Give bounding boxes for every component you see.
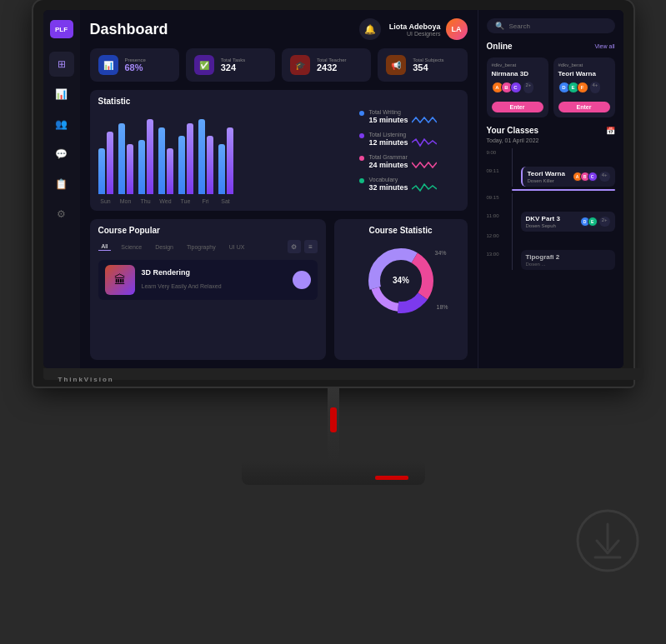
legend-dot-vocabulary: [359, 178, 364, 183]
search-box[interactable]: 🔍: [487, 18, 615, 33]
time-label-0915: 09:15: [487, 193, 507, 200]
class-card-teori[interactable]: Teori Warna Dosen Killer A B C 4+: [521, 167, 615, 187]
stat-card-teacher: 🎓 Total Teacher 2432: [282, 48, 371, 82]
card-tag-1: #dkv_berat: [492, 62, 543, 67]
time-label-1200: 12:00: [487, 232, 507, 238]
monitor-bezel: PLF ⊞ 📊 👥 💬 📋 ⚙ Dashboard 🔔 L: [33, 0, 633, 387]
brand-label: ThinkVision: [58, 376, 114, 383]
bar-group-tue: Tue: [178, 123, 193, 204]
download-watermark: [574, 507, 641, 577]
view-all-button[interactable]: View all: [595, 43, 615, 49]
statistic-section: Statistic Sun: [90, 90, 468, 211]
svg-text:34%: 34%: [392, 276, 408, 285]
base-accent: [375, 476, 408, 480]
header-right: 🔔 Liota Adeboya UI Designers LA: [359, 18, 468, 40]
sidebar-item-chat[interactable]: 💬: [49, 142, 74, 167]
enter-button-2[interactable]: Enter: [558, 102, 610, 112]
search-icon: 🔍: [495, 22, 504, 30]
bar-thu-purple: [147, 119, 153, 194]
legend-grammar: Total Grammar 24 minutes: [359, 154, 459, 170]
online-card-teori: #dkv_berat Teori Warna D E F 4+ Enter: [553, 57, 615, 117]
bar-group-sat: Sat: [218, 127, 233, 204]
class-count-teori: 4+: [599, 172, 610, 182]
filter-tab-uiux[interactable]: UI UX: [226, 243, 248, 251]
time-line-4: [512, 212, 513, 232]
online-title: Online: [487, 42, 513, 51]
bar-chart: Sun Mon: [98, 112, 351, 204]
sidebar-item-users[interactable]: 👥: [49, 112, 74, 137]
legend-label-writing: Total Writing: [369, 109, 437, 115]
course-name: 3D Rendering: [142, 268, 222, 277]
bar-group-sun: Sun: [98, 132, 113, 204]
filter-tab-all[interactable]: All: [98, 242, 112, 251]
bar-label-mon: Mon: [120, 198, 132, 204]
legend-label-listening: Total Listening: [369, 132, 437, 137]
legend-value-vocabulary: 32 minutes: [369, 183, 408, 192]
filter-tab-science[interactable]: Science: [118, 243, 145, 251]
page-title: Dashboard: [90, 21, 168, 38]
time-row-0911: 09:11 Teori Warna Dosen Killer A B: [487, 167, 615, 187]
bar-label-wed: Wed: [159, 198, 171, 204]
avatar-count-1: 2+: [523, 82, 534, 93]
main-content: Dashboard 🔔 Liota Adeboya UI Designers L…: [80, 10, 478, 368]
sidebar-item-tasks[interactable]: 📋: [49, 172, 74, 197]
time-line-6: [512, 250, 513, 270]
class-teacher-tipografi: Dosen ...: [526, 262, 546, 267]
sidebar-item-grid[interactable]: ⊞: [49, 52, 74, 77]
legend-value-grammar: 24 minutes: [369, 161, 408, 169]
calendar-icon[interactable]: 📅: [606, 127, 615, 135]
bar-fri-purple: [207, 136, 213, 194]
avatar-count-2: 4+: [590, 82, 601, 93]
sidebar-item-settings[interactable]: ⚙: [49, 202, 74, 227]
online-card-nirmana: #dkv_berat Nirmana 3D A B C 2+ Enter: [487, 57, 548, 117]
card-name-2: Teori Warna: [558, 70, 610, 77]
class-teacher-dkv: Dosen Sepuh: [526, 223, 556, 228]
bar-label-fri: Fri: [202, 198, 208, 204]
bar-wed-blue: [158, 127, 165, 194]
time-label-900: 9:00: [487, 148, 507, 155]
search-input[interactable]: [509, 22, 607, 30]
neck-accent: [330, 407, 337, 432]
notification-button[interactable]: 🔔: [359, 18, 381, 40]
teacher-icon: 🎓: [290, 55, 310, 75]
course-filter-tabs: All Science Design Tipography UI UX ⚙ ≡: [98, 240, 318, 253]
stat-card-tasks: ✅ Total Tasks 324: [186, 48, 275, 82]
legend-label-vocabulary: Vocabulary: [369, 177, 437, 182]
time-row-1100: 11:00 DKV Part 3 Dosen Sepuh D E: [487, 212, 615, 232]
bar-sat-purple: [227, 127, 233, 194]
presence-value: 68%: [125, 62, 146, 72]
sidebar-item-chart[interactable]: 📊: [49, 82, 74, 107]
monitor-base: [242, 462, 425, 485]
time-row-900: 9:00: [487, 148, 615, 167]
subjects-icon: 📢: [386, 55, 406, 75]
filter-tab-design[interactable]: Design: [152, 243, 177, 251]
course-statistic-section: Course Statistic: [334, 219, 468, 360]
time-line-5: [512, 232, 513, 250]
monitor: PLF ⊞ 📊 👥 💬 📋 ⚙ Dashboard 🔔 L: [0, 0, 666, 644]
bar-group-mon: Mon: [118, 123, 133, 204]
legend-dot-writing: [359, 111, 364, 116]
bar-thu-blue: [138, 140, 145, 194]
bar-mon-blue: [118, 123, 125, 194]
class-card-tipografi[interactable]: Tipografi 2 Dosen ...: [521, 250, 615, 270]
filter-tab-typography[interactable]: Tipography: [183, 243, 219, 251]
time-row-1300: 13:00 Tipografi 2 Dosen ...: [487, 250, 615, 270]
user-avatar[interactable]: LA: [446, 18, 468, 40]
presence-icon: 📊: [98, 55, 118, 75]
enter-button-1[interactable]: Enter: [492, 102, 543, 112]
bar-group-fri: Fri: [198, 119, 213, 204]
filter-settings-icon[interactable]: ⚙: [288, 240, 301, 253]
bar-label-tue: Tue: [181, 198, 191, 204]
subjects-value: 354: [413, 62, 443, 72]
course-item[interactable]: 🏛 3D Rendering Learn Very Easily And Rel…: [98, 260, 318, 300]
class-name-dkv: DKV Part 3: [526, 215, 560, 222]
class-name-teori: Teori Warna: [528, 170, 565, 177]
filter-layout-icon[interactable]: ≡: [304, 240, 318, 253]
class-card-dkv[interactable]: DKV Part 3 Dosen Sepuh D E 2+: [521, 212, 615, 232]
sidebar-logo: PLF: [50, 20, 73, 38]
right-panel: 🔍 Online View all #dkv_berat Nirmana 3D: [478, 10, 623, 368]
class-avatar-3: C: [588, 172, 598, 182]
time-line-2: [512, 167, 513, 187]
bottom-row: Course Popular All Science Design Tipogr…: [90, 219, 468, 360]
avatar-3: C: [510, 82, 522, 93]
